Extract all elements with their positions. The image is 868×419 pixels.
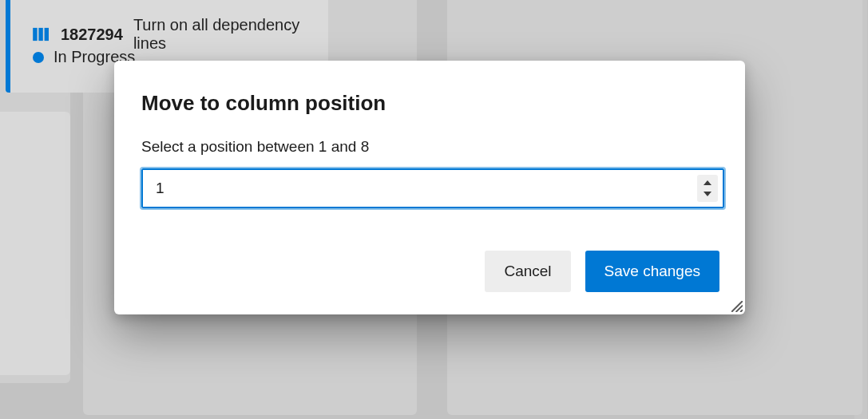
card-fragment: y ing b Cus… Backlog	[0, 112, 70, 375]
work-item-title: Turn on all dependency lines	[133, 16, 328, 53]
text-fragment: y	[0, 129, 60, 146]
svg-rect-2	[45, 28, 49, 41]
text-fragment-link: b Cus…	[0, 314, 60, 331]
status-dot-icon	[33, 52, 44, 63]
position-input[interactable]: 1	[141, 168, 724, 208]
resize-handle-icon[interactable]	[731, 301, 743, 312]
work-item-id: 1827294	[61, 26, 123, 44]
chevron-up-icon[interactable]	[704, 180, 711, 185]
svg-rect-0	[33, 28, 37, 41]
save-button[interactable]: Save changes	[585, 251, 719, 292]
book-icon	[33, 27, 50, 42]
dialog-title: Move to column position	[141, 91, 718, 116]
position-value: 1	[156, 180, 723, 197]
move-column-dialog: Move to column position Select a positio…	[114, 61, 745, 314]
text-fragment: ing	[0, 155, 60, 172]
dialog-label: Select a position between 1 and 8	[141, 138, 718, 156]
cancel-button[interactable]: Cancel	[485, 251, 570, 292]
text-fragment: Backlog	[0, 340, 60, 357]
chevron-down-icon[interactable]	[704, 192, 711, 196]
stepper-buttons[interactable]	[697, 175, 718, 202]
svg-rect-1	[38, 28, 42, 41]
